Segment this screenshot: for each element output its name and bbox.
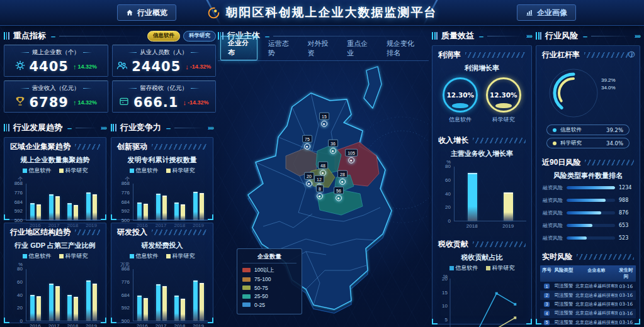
- kpi-card-title: 营业收入（亿元）: [4, 81, 108, 93]
- kpi-card-value: 24405: [132, 59, 181, 74]
- bar-group-2018: [67, 295, 78, 321]
- main-tabs: 企业分布运营态势对外投资重点企业规企变化排名: [218, 45, 429, 61]
- page-title: 朝阳区科创规上企业大数据监测平台: [226, 4, 438, 21]
- bar-group-2019: [86, 192, 97, 220]
- quality-panel: 质量效益 – »» 利润率 利润增长率 12.30% 信息软件 12.30% 科…: [432, 30, 532, 323]
- bar-group-2018: [174, 202, 185, 220]
- map-marker-8[interactable]: 8: [316, 185, 324, 199]
- arrow-down-icon: ↓: [183, 99, 186, 106]
- map-marker-48[interactable]: 48: [318, 162, 328, 176]
- people-icon: [116, 60, 127, 73]
- bar-group-2018: [67, 203, 78, 220]
- bar: [55, 286, 60, 321]
- bar: [468, 173, 477, 221]
- table-row[interactable]: 5司法预警北京启迪卓越科技有限公司03-16: [540, 318, 636, 327]
- main-panel: 行业主体 – 企业分布运营态势对外投资重点企业规企变化排名: [218, 30, 429, 323]
- svg-text:10: 10: [442, 303, 448, 309]
- svg-text:34.0%: 34.0%: [601, 85, 616, 91]
- tab-运营态势[interactable]: 运营态势: [261, 37, 297, 60]
- kpi-card-title: 规上企业数（个）: [4, 45, 108, 57]
- seq-badge: 1: [544, 284, 550, 289]
- bar: [37, 296, 41, 321]
- map-legend-item: 50-75: [242, 285, 297, 291]
- tab-规企变化排名[interactable]: 规企变化排名: [380, 37, 426, 60]
- map-marker-36[interactable]: 36: [328, 140, 338, 154]
- map-marker-15[interactable]: 15: [319, 113, 329, 127]
- map-legend-item: 0-25: [242, 302, 297, 308]
- marker-count: 28: [337, 170, 347, 178]
- arrow-up-icon: ↑: [73, 99, 77, 106]
- risk-rank-chart: 融资风险1234融资风险988融资风险876融资风险653融资风险523: [536, 181, 640, 244]
- competitive-more-button[interactable]: »»: [208, 125, 213, 131]
- gdp-share-chart: 行业 GDP 占第三产业比例信息软件科学研究%80604020020162017…: [4, 239, 106, 327]
- income-section-title: 收入增长: [438, 135, 468, 146]
- map-marker-20[interactable]: 20: [304, 172, 314, 187]
- map-marker-28[interactable]: 28: [337, 170, 347, 185]
- marker-count: 56: [334, 187, 344, 194]
- quality-more-button[interactable]: »»: [526, 33, 532, 40]
- marker-count: 15: [319, 113, 329, 120]
- kpi-panel-title: 重点指标: [13, 30, 46, 42]
- trend-more-button[interactable]: »»: [101, 125, 106, 131]
- bar: [30, 295, 35, 321]
- table-row[interactable]: 2司法预警北京启迪卓越科技有限公司03-16: [540, 291, 636, 299]
- bar-group-2019: [504, 192, 513, 221]
- svg-text:39.2%: 39.2%: [601, 77, 616, 83]
- competitive-panel: 行业竞争力 – »» 创新驱动 发明专利累计授权数量信息软件科学研究个86877…: [111, 122, 213, 323]
- bar-chart-icon: [526, 9, 533, 16]
- map-marker-75[interactable]: 75: [302, 135, 312, 150]
- nav-enterprise-portrait-button[interactable]: 企业画像: [517, 4, 576, 21]
- innovation-section-title: 创新驱动: [117, 141, 147, 152]
- marker-count: 36: [328, 140, 338, 147]
- marker-count: 20: [304, 172, 314, 180]
- kpi-card-2: 营业收入（亿元）6789↑14.32%: [4, 80, 108, 113]
- bar: [137, 296, 142, 321]
- bar: [55, 196, 60, 220]
- seq-badge: 3: [544, 302, 550, 307]
- section-bars-icon: [111, 124, 116, 131]
- kpi-card-value: 666.1: [133, 95, 178, 110]
- tab-重点企业[interactable]: 重点企业: [340, 37, 376, 60]
- risk-more-button[interactable]: »»: [635, 33, 640, 40]
- bar-group-2016: [137, 296, 148, 321]
- kpi-panel: 重点指标 – 信息软件科学研究 规上企业数（个）4405↑14.32%从业人员数…: [4, 30, 216, 119]
- kpi-card-title: 留存税收（亿元）: [113, 81, 216, 93]
- platform-logo-icon: [207, 6, 220, 19]
- bar-group-2017: [156, 284, 167, 321]
- profit-gauges: 12.30% 信息软件 12.30% 科学研究: [432, 74, 531, 124]
- table-row[interactable]: 1司法预警北京启迪卓越科技有限公司03-16: [540, 282, 636, 291]
- table-row[interactable]: 4司法预警北京启迪卓越科技有限公司03-16: [540, 309, 636, 318]
- risk-rank-row: 融资风险1234: [536, 181, 640, 194]
- bar-group-2016: [137, 202, 148, 220]
- nav-right-label: 企业画像: [537, 8, 567, 18]
- profit-chart-title: 利润增长率: [432, 62, 531, 74]
- map-marker-56[interactable]: 56: [334, 187, 344, 201]
- info-icon[interactable]: ⓘ: [628, 50, 635, 59]
- quality-panel-title: 质量效益: [441, 30, 474, 42]
- bar: [174, 202, 179, 220]
- trophy-icon: [15, 96, 25, 109]
- filter-badge-科学研究[interactable]: 科学研究: [183, 31, 216, 42]
- trend-panel-header: 行业发展趋势 – »»: [4, 122, 106, 133]
- kpi-card-0: 规上企业数（个）4405↑14.32%: [4, 45, 108, 77]
- kpi-card-delta: ↓-14.32%: [183, 99, 208, 106]
- bar: [67, 295, 72, 321]
- marker-count: 75: [302, 135, 312, 143]
- bar-group-2017: [49, 284, 60, 321]
- seq-badge: 5: [544, 320, 550, 325]
- bar: [49, 284, 54, 321]
- kpi-card-delta: ↓-14.32%: [185, 63, 211, 70]
- table-row[interactable]: 3司法预警北京启迪卓越科技有限公司03-16: [540, 300, 636, 309]
- agglomeration-chart: 规上企业数量集聚趋势信息软件科学研究个868776684592500201620…: [4, 153, 106, 228]
- map-marker-105[interactable]: 105: [345, 149, 358, 164]
- tab-对外投资[interactable]: 对外投资: [300, 37, 336, 60]
- agglomeration-card: 区域企业集聚趋势 规上企业数量集聚趋势信息软件科学研究个868776684592…: [4, 137, 106, 220]
- realtime-risk-table: 序号风险类型企业名称发生时间 1司法预警北京启迪卓越科技有限公司03-162司法…: [540, 265, 636, 327]
- bar: [200, 193, 204, 220]
- tab-企业分布[interactable]: 企业分布: [220, 36, 257, 60]
- bar-group-2019: [86, 280, 97, 321]
- map-legend-item: 100以上: [242, 267, 297, 274]
- seq-badge: 2: [544, 293, 550, 298]
- tax-share-chart: 税收贡献占比信息软件科学研究%051015202016201720182019: [432, 251, 531, 327]
- filter-badge-信息软件[interactable]: 信息软件: [147, 31, 180, 42]
